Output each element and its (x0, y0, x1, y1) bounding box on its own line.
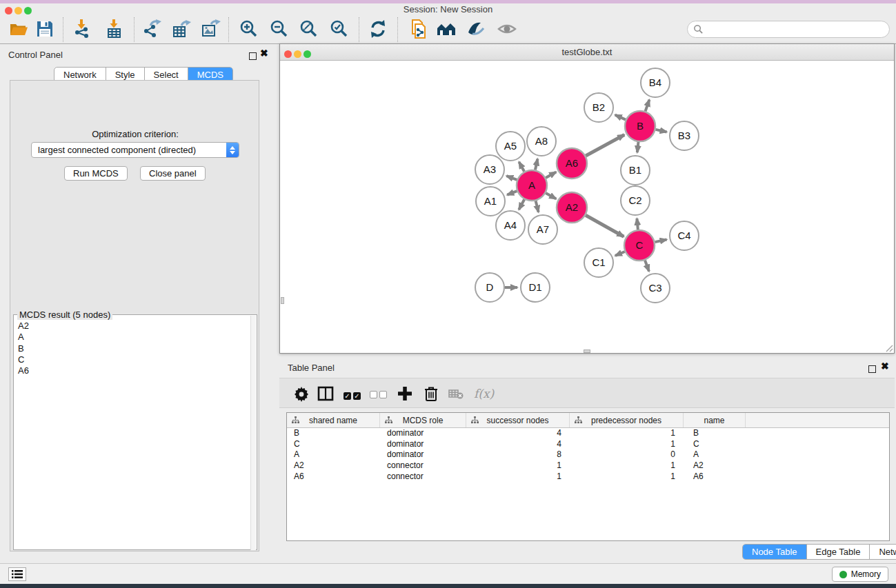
table-row[interactable]: Bdominator41B (287, 428, 889, 439)
app-title: Session: New Session (0, 3, 896, 15)
table-panel: Table Panel ✖ ✓✓ f(x) shared name (279, 358, 895, 560)
close-window-button[interactable] (5, 7, 12, 14)
mcds-result-item[interactable]: B (14, 343, 249, 354)
graph-edge-A-A3[interactable] (506, 176, 517, 180)
criterion-select[interactable]: largest connected component (directed) (31, 142, 239, 158)
column-header-name[interactable]: name (684, 413, 746, 427)
function-builder-icon[interactable]: f(x) (474, 387, 493, 406)
run-mcds-button[interactable]: Run MCDS (64, 166, 128, 181)
mcds-result-item[interactable]: A (14, 332, 249, 343)
tab-network-table[interactable]: Network Table (869, 545, 896, 559)
delete-column-trash-icon[interactable] (421, 384, 441, 403)
graph-edge-A-A1[interactable] (507, 191, 517, 194)
graph-edge-B-B1[interactable] (637, 142, 639, 152)
table-row[interactable]: A6connector11A6 (287, 472, 889, 483)
column-label: shared name (309, 416, 357, 425)
add-column-plus-icon[interactable] (395, 384, 415, 403)
save-icon[interactable] (34, 19, 55, 39)
graph-edge-A-A2[interactable] (546, 193, 556, 199)
minimize-window-button[interactable] (14, 7, 22, 14)
table-cell: 1 (570, 428, 684, 439)
close-network-button[interactable] (284, 50, 292, 58)
vertical-scroll-indicator[interactable] (281, 297, 284, 304)
network-canvas[interactable]: AA1A2A3A4A5A6A7A8BB1B2B3B4CC1C2C3C4DD1 (280, 61, 894, 354)
zoom-fit-icon[interactable] (299, 19, 319, 39)
result-scrollbar[interactable] (250, 316, 256, 550)
memory-button[interactable]: Memory (832, 567, 888, 582)
task-history-button[interactable] (8, 567, 26, 581)
table-cell: 1 (570, 460, 684, 472)
close-panel-button[interactable]: Close panel (140, 166, 206, 181)
graphics-details-icon[interactable] (466, 19, 486, 39)
tab-node-table[interactable]: Node Table (743, 545, 806, 559)
graph-edge-A-A6[interactable] (546, 172, 556, 178)
mcds-result-item[interactable]: A6 (14, 365, 249, 376)
zoom-network-button[interactable] (303, 50, 311, 58)
column-label: MCDS role (403, 416, 444, 425)
close-table-panel-icon[interactable]: ✖ (881, 363, 889, 370)
zoom-in-icon[interactable] (239, 19, 259, 39)
tab-edge-table[interactable]: Edge Table (806, 545, 870, 559)
duplicate-network-icon[interactable] (408, 19, 429, 39)
list-icon (12, 569, 23, 579)
import-network-icon[interactable] (72, 19, 92, 39)
horizontal-scroll-indicator[interactable] (584, 349, 590, 353)
graph-edge-A2-C[interactable] (586, 215, 624, 236)
first-neighbors-icon[interactable] (436, 19, 457, 39)
column-header-mcds-role[interactable]: MCDS role (380, 413, 466, 427)
graph-edge-B-B2[interactable] (615, 115, 626, 120)
graph-edge-C-C4[interactable] (655, 239, 666, 242)
graph-edge-C-C2[interactable] (637, 219, 637, 230)
graph-edge-A-A8[interactable] (535, 159, 538, 170)
export-image-icon[interactable] (200, 19, 221, 39)
search-input[interactable] (704, 24, 876, 34)
column-header-predecessor-nodes[interactable]: predecessor nodes (570, 413, 684, 427)
graph-edge-B-B3[interactable] (655, 130, 666, 132)
delete-table-icon[interactable] (446, 384, 466, 403)
mcds-result-item[interactable]: A2 (14, 321, 249, 332)
refresh-icon[interactable] (368, 19, 388, 39)
open-folder-icon[interactable] (8, 19, 29, 39)
select-all-checkboxes-icon[interactable]: ✓✓ (344, 389, 363, 408)
float-panel-icon[interactable] (249, 50, 257, 63)
mcds-panel-body: Optimization criterion: largest connecte… (10, 80, 259, 551)
mcds-result-item[interactable]: C (14, 354, 249, 365)
graph-edge-B-B4[interactable] (646, 100, 650, 112)
graph-node-label: C (636, 239, 644, 251)
column-header-shared-name[interactable]: shared name (287, 413, 380, 427)
zoom-selected-icon[interactable] (329, 19, 350, 39)
column-header-successor-nodes[interactable]: successor nodes (466, 413, 570, 427)
table-cell: 4 (466, 428, 570, 439)
export-network-icon[interactable] (142, 19, 163, 39)
resize-grip[interactable] (885, 344, 893, 352)
mcds-result-box: MCDS result (5 nodes) A2ABCA6 (13, 314, 257, 550)
optimization-criterion-label: Optimization criterion: (10, 129, 260, 139)
table-row[interactable]: Adominator80A (287, 449, 889, 460)
deselect-all-checkboxes-icon[interactable] (370, 389, 389, 408)
float-table-panel-icon[interactable] (868, 363, 876, 376)
export-table-icon[interactable] (171, 19, 192, 39)
table-settings-gear-icon[interactable] (292, 384, 311, 403)
import-table-icon[interactable] (104, 19, 125, 39)
graph-edge-A6-B[interactable] (586, 134, 624, 156)
zoom-out-icon[interactable] (269, 19, 290, 39)
table-row[interactable]: Cdominator41C (287, 439, 889, 450)
network-window-titlebar[interactable]: testGlobe.txt (280, 44, 894, 61)
graph-edge-A-A5[interactable] (519, 162, 524, 172)
eye-icon[interactable] (497, 19, 517, 39)
graph-edge-A-A4[interactable] (519, 199, 524, 210)
table-body: Bdominator41BCdominator41CAdominator80AA… (287, 428, 889, 482)
close-panel-icon[interactable]: ✖ (260, 50, 268, 57)
minimize-network-button[interactable] (294, 50, 301, 58)
column-view-icon[interactable] (316, 384, 335, 403)
graph-node-label: B (637, 120, 644, 132)
graph-edge-A-A7[interactable] (536, 201, 539, 212)
zoom-window-button[interactable] (24, 7, 32, 14)
table-row[interactable]: A2connector11A2 (287, 460, 889, 472)
table-cell: B (287, 428, 380, 439)
table-cell-filler (746, 472, 889, 483)
graph-node-label: B3 (678, 130, 690, 141)
graph-edge-C-C1[interactable] (615, 252, 625, 256)
graph-edge-C-C3[interactable] (645, 261, 649, 272)
status-bar: Memory (0, 563, 896, 584)
